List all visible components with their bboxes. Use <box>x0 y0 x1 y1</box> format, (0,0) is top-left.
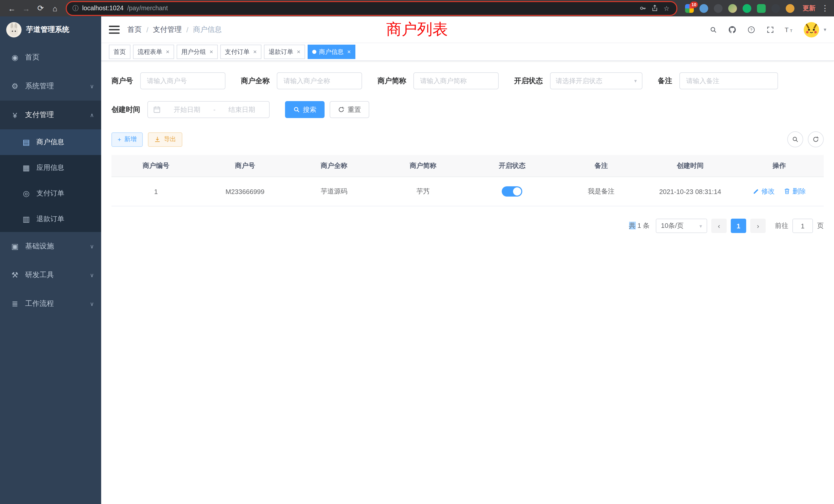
search-icon <box>792 136 798 143</box>
prev-page-button[interactable]: ‹ <box>711 219 727 233</box>
sidebar-item-label: 退款订单 <box>37 214 64 224</box>
sidebar-item-refund-order[interactable]: ▥ 退款订单 <box>0 206 101 232</box>
password-key-icon[interactable] <box>639 4 647 12</box>
close-icon[interactable]: × <box>210 48 213 55</box>
pagination: 共 1 条 10条/页 ▾ ‹ 1 › 前往 页 <box>111 219 824 233</box>
tab-pay-order[interactable]: 支付订单 × <box>220 45 261 59</box>
breadcrumb-separator: / <box>146 25 148 33</box>
tab-user-group[interactable]: 用户分组 × <box>177 45 218 59</box>
status-toggle[interactable] <box>502 186 522 197</box>
caret-down-icon[interactable]: ▾ <box>824 27 826 32</box>
sidebar-item-infra[interactable]: ▣ 基础设施 ∨ <box>0 232 101 261</box>
browser-update-button[interactable]: 更新 <box>803 4 815 13</box>
tab-label: 首页 <box>113 47 126 56</box>
extension-icon-green-square[interactable] <box>757 4 766 13</box>
breadcrumb-home[interactable]: 首页 <box>127 25 142 34</box>
chevron-down-icon: ▾ <box>634 78 637 84</box>
extension-icon-avatar[interactable] <box>728 4 737 13</box>
goto-label: 前往 <box>775 221 788 230</box>
merchant-no-input[interactable] <box>140 72 225 89</box>
sidebar-item-workflow[interactable]: ≣ 工作流程 ∨ <box>0 290 101 318</box>
date-range-picker[interactable]: 开始日期 - 结束日期 <box>147 101 270 118</box>
close-icon[interactable]: × <box>297 48 301 55</box>
table-row: 1 M233666999 芋道源码 芋艿 我是备注 2021-10-23 08:… <box>111 177 824 206</box>
full-name-input[interactable] <box>277 72 362 89</box>
font-size-icon[interactable]: TT <box>785 25 794 34</box>
document-icon: ▥ <box>22 214 31 224</box>
short-name-input[interactable] <box>413 72 499 89</box>
extension-icon-green-circle[interactable] <box>743 4 751 13</box>
fullscreen-icon[interactable] <box>766 25 775 34</box>
filter-create-time: 创建时间 开始日期 - 结束日期 <box>111 101 270 118</box>
sidebar-item-devtools[interactable]: ⚒ 研发工具 ∨ <box>0 261 101 290</box>
github-icon[interactable] <box>728 25 737 34</box>
search-icon[interactable] <box>709 25 718 34</box>
breadcrumb-payment[interactable]: 支付管理 <box>153 25 182 34</box>
close-icon[interactable]: × <box>166 48 170 55</box>
home-icon[interactable]: ⌂ <box>48 2 62 15</box>
help-icon[interactable]: ? <box>747 25 756 34</box>
export-button[interactable]: 导出 <box>148 132 182 146</box>
extension-icon-colorful[interactable]: 10 <box>685 4 694 13</box>
sidebar-item-system[interactable]: ⚙ 系统管理 ∨ <box>0 72 101 100</box>
monitor-icon: ▣ <box>10 242 20 251</box>
tab-bar: 首页 流程表单 × 用户分组 × 支付订单 × 退款订单 × <box>101 43 834 61</box>
target-icon: ◎ <box>22 189 31 198</box>
goto-page-input[interactable] <box>792 219 813 233</box>
bookmark-star-icon[interactable]: ☆ <box>662 4 671 12</box>
close-icon[interactable]: × <box>253 48 257 55</box>
tab-label: 流程表单 <box>138 47 162 56</box>
browser-menu-icon[interactable]: ⋮ <box>821 4 829 13</box>
url-bar[interactable]: ⓘ localhost:1024 /pay/merchant ☆ <box>66 1 677 16</box>
remark-input[interactable] <box>679 72 778 89</box>
date-separator: - <box>213 106 216 113</box>
extension-icon-orange[interactable] <box>786 4 794 13</box>
reset-button[interactable]: 重置 <box>330 101 369 118</box>
sidebar-item-merchant-info[interactable]: ▤ 商户信息 <box>0 129 101 155</box>
page-size-select[interactable]: 10条/页 ▾ <box>656 219 707 233</box>
sidebar-item-label: 研发工具 <box>25 271 54 280</box>
back-icon[interactable]: ← <box>5 2 19 15</box>
credit-card-icon: ▤ <box>22 138 31 147</box>
status-select[interactable]: 请选择开启状态 ▾ <box>550 72 642 89</box>
tab-process-form[interactable]: 流程表单 × <box>133 45 174 59</box>
sidebar-item-payment[interactable]: ¥ 支付管理 ∧ <box>0 100 101 129</box>
close-icon[interactable]: × <box>347 48 351 55</box>
reload-icon[interactable]: ⟳ <box>34 2 47 15</box>
sidebar-item-label: 支付订单 <box>37 189 64 198</box>
extension-icon-tool[interactable] <box>771 4 780 13</box>
cell-full-name: 芋道源码 <box>290 177 379 206</box>
export-button-label: 导出 <box>164 135 176 144</box>
share-icon[interactable] <box>651 4 659 12</box>
tab-home[interactable]: 首页 <box>109 45 130 59</box>
sidebar-item-home[interactable]: ◉ 首页 <box>0 43 101 72</box>
user-avatar[interactable] <box>804 22 819 37</box>
active-dot <box>312 50 316 54</box>
tab-merchant-info[interactable]: 商户信息 × <box>308 45 355 59</box>
filter-short-name: 商户简称 <box>377 72 499 89</box>
page-number-1[interactable]: 1 <box>731 219 746 233</box>
delete-link[interactable]: 删除 <box>784 187 806 196</box>
extension-icon-dark[interactable] <box>714 4 723 13</box>
tab-refund-order[interactable]: 退款订单 × <box>264 45 305 59</box>
extension-icon-blue[interactable] <box>699 4 708 13</box>
search-button[interactable]: 搜索 <box>285 101 325 118</box>
refresh-icon <box>338 106 345 113</box>
forward-icon[interactable]: → <box>20 2 33 15</box>
show-search-button[interactable] <box>787 131 803 147</box>
hamburger-icon[interactable] <box>109 25 120 34</box>
page-info-icon[interactable]: ⓘ <box>72 4 79 13</box>
sidebar-item-pay-order[interactable]: ◎ 支付订单 <box>0 181 101 206</box>
edit-link[interactable]: 修改 <box>753 187 775 196</box>
add-button[interactable]: + 新增 <box>111 132 143 146</box>
app-header: 首页 / 支付管理 / 商户信息 ? <box>101 17 834 43</box>
cell-actions: 修改 删除 <box>734 177 824 206</box>
filter-row-2: 创建时间 开始日期 - 结束日期 搜索 重置 <box>111 101 824 118</box>
next-page-button[interactable]: › <box>750 219 766 233</box>
sidebar-logo[interactable]: 芋道管理系统 <box>0 17 101 43</box>
url-path: /pay/merchant <box>127 5 168 12</box>
start-date-placeholder: 开始日期 <box>165 105 209 114</box>
sidebar-item-app-info[interactable]: ▦ 应用信息 <box>0 155 101 181</box>
main-area: 首页 / 支付管理 / 商户信息 ? <box>101 17 834 504</box>
refresh-table-button[interactable] <box>808 131 824 147</box>
